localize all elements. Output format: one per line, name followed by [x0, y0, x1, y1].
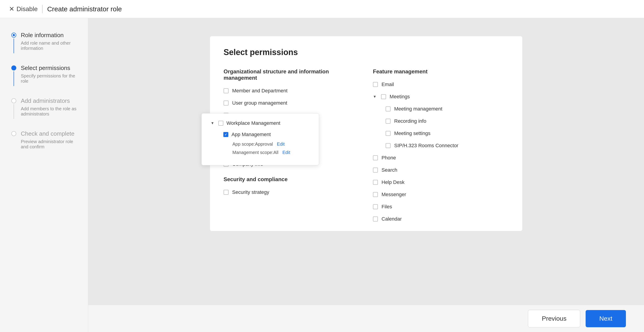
- perm-label: Security strategy: [232, 189, 269, 195]
- checkbox-meeting-mgmt[interactable]: [386, 106, 390, 111]
- step-indicator-active: [11, 66, 16, 71]
- panel-title: Select permissions: [224, 48, 509, 57]
- step-content: Select permissions Specify permissions f…: [21, 65, 77, 86]
- right-column: Feature management Email ▼ Meetings: [373, 68, 509, 228]
- step-title: Select permissions: [21, 65, 77, 72]
- checkbox-messenger[interactable]: [373, 192, 378, 197]
- perm-phone: Phone: [373, 155, 509, 161]
- next-button[interactable]: Next: [586, 310, 626, 327]
- checkbox-help-desk[interactable]: [373, 180, 378, 185]
- perm-label: SIP/H.323 Rooms Connector: [394, 143, 458, 149]
- scope-app-prefix: App scope:Approval: [232, 142, 273, 147]
- step-subtitle: Add role name and other information: [21, 41, 77, 51]
- sidebar: Role information Add role name and other…: [0, 18, 88, 332]
- topbar: ✕ Disable Create administrator role: [0, 0, 644, 18]
- step-indicator-completed: [11, 33, 16, 38]
- step-title: Add administrators: [21, 97, 77, 104]
- perm-meeting-mgmt: Meeting management: [386, 106, 509, 112]
- perm-email: Email: [373, 82, 509, 87]
- perm-user-group: User group management: [224, 100, 359, 106]
- perm-label: Member and Department: [232, 88, 288, 94]
- popup-expand-arrow[interactable]: ▼: [211, 121, 214, 125]
- checkbox-member-dept[interactable]: [224, 88, 228, 93]
- perm-messenger: Messenger: [373, 192, 509, 197]
- close-button[interactable]: ✕ Disable: [9, 5, 38, 13]
- checkbox-popup-parent[interactable]: [218, 121, 223, 126]
- step-check-complete: Check and complete Preview administrator…: [11, 130, 77, 152]
- close-icon: ✕: [9, 5, 14, 13]
- step-left: [11, 32, 16, 53]
- perm-label: Calendar: [382, 216, 402, 222]
- perm-recording-info: Recording info: [386, 118, 509, 124]
- checkbox-meeting-settings[interactable]: [386, 131, 390, 136]
- content-area: Select permissions Organizational struct…: [88, 18, 644, 332]
- checkbox-email[interactable]: [373, 82, 378, 87]
- step-title: Check and complete: [21, 130, 77, 137]
- step-subtitle: Specify permissions for the role: [21, 73, 77, 84]
- step-left: [11, 97, 16, 119]
- checkbox-sip[interactable]: [386, 143, 390, 148]
- perm-meetings: ▼ Meetings: [373, 94, 509, 100]
- perm-label: Help Desk: [382, 179, 404, 185]
- scope-mgmt-row: Management scope:All Edit: [232, 150, 310, 155]
- perm-label: Search: [382, 167, 397, 173]
- perm-search: Search: [373, 167, 509, 173]
- perm-label: Files: [382, 204, 392, 210]
- perm-member-dept: Member and Department: [224, 88, 359, 94]
- perm-security-strategy: Security strategy: [224, 189, 359, 195]
- divider: [42, 5, 42, 13]
- step-role-information: Role information Add role name and other…: [11, 32, 77, 53]
- perm-label: Recording info: [394, 118, 426, 124]
- step-line-inactive: [14, 104, 14, 119]
- checkbox-calendar[interactable]: [373, 216, 378, 221]
- step-content: Check and complete Preview administrator…: [21, 130, 77, 152]
- left-section2-heading: Security and compliance: [224, 176, 359, 183]
- perm-calendar: Calendar: [373, 216, 509, 222]
- meetings-sub-items: Meeting management Recording info Meetin…: [386, 106, 509, 149]
- expand-arrow-icon[interactable]: ▼: [373, 95, 376, 99]
- checkbox-user-group[interactable]: [224, 101, 228, 106]
- popup-parent-label: Workplace Management: [226, 120, 280, 126]
- step-add-administrators: Add administrators Add members to the ro…: [11, 97, 77, 119]
- perm-help-desk: Help Desk: [373, 179, 509, 185]
- checkbox-security-strategy[interactable]: [224, 190, 228, 195]
- perm-label: Meeting management: [394, 106, 442, 112]
- step-left: [11, 130, 16, 152]
- checkbox-app-management[interactable]: [223, 132, 228, 137]
- page-title: Create administrator role: [47, 5, 122, 13]
- perm-label: Meetings: [390, 94, 410, 100]
- perm-meeting-settings: Meeting settings: [386, 130, 509, 136]
- step-subtitle: Preview administrator role and confirm: [21, 139, 77, 149]
- perm-label: Phone: [382, 155, 396, 161]
- checkbox-phone[interactable]: [373, 155, 378, 160]
- perm-label: User group management: [232, 100, 287, 106]
- step-line: [14, 39, 14, 53]
- checkbox-search[interactable]: [373, 168, 378, 173]
- bottom-bar: Previous Next: [88, 305, 644, 332]
- disable-label: Disable: [16, 6, 38, 13]
- step-left: [11, 65, 16, 86]
- perm-sip: SIP/H.323 Rooms Connector: [386, 143, 509, 149]
- step-content: Add administrators Add members to the ro…: [21, 97, 77, 119]
- popup-header: ▼ Workplace Management: [211, 120, 310, 126]
- app-management-row: App Management: [223, 132, 310, 137]
- main-layout: Role information Add role name and other…: [0, 18, 644, 332]
- checkbox-recording-info[interactable]: [386, 119, 390, 124]
- left-section-heading: Organizational structure and information…: [224, 68, 359, 81]
- scope-mgmt-prefix: Management scope:All: [232, 150, 278, 155]
- step-indicator-inactive: [11, 98, 16, 103]
- workplace-popup: ▼ Workplace Management App Management Ap…: [202, 113, 319, 165]
- step-title: Role information: [21, 32, 77, 39]
- perm-label: Messenger: [382, 192, 406, 197]
- step-indicator-inactive: [11, 131, 16, 136]
- right-section-heading: Feature management: [373, 68, 509, 75]
- step-content: Role information Add role name and other…: [21, 32, 77, 53]
- scope-mgmt-edit[interactable]: Edit: [282, 150, 290, 155]
- perm-label: Meeting settings: [394, 130, 430, 136]
- checkbox-files[interactable]: [373, 204, 378, 209]
- checkbox-meetings[interactable]: [381, 94, 386, 99]
- previous-button[interactable]: Previous: [528, 310, 580, 327]
- step-line: [14, 71, 14, 86]
- scope-app-edit[interactable]: Edit: [277, 142, 285, 147]
- step-select-permissions: Select permissions Specify permissions f…: [11, 65, 77, 86]
